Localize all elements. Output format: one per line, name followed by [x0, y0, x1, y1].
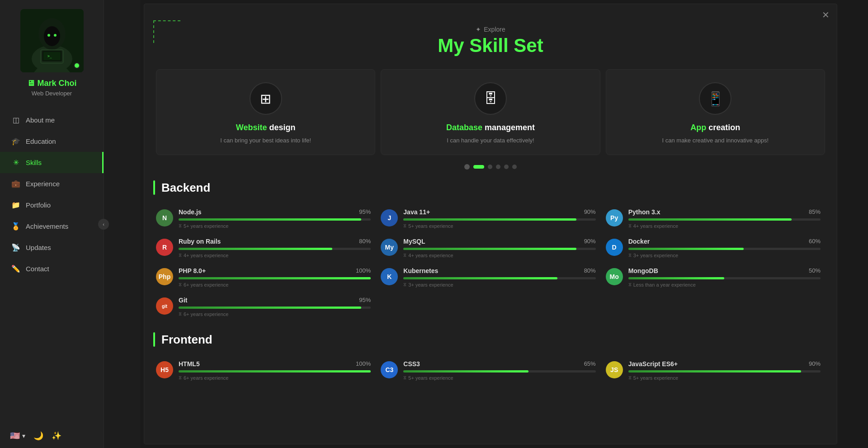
- sidebar-item-about[interactable]: ◫ About me: [0, 109, 104, 131]
- java-logo: J: [381, 209, 398, 226]
- theme-toggle-button[interactable]: 🌙: [33, 431, 43, 441]
- ruby-name: Ruby on Rails: [179, 238, 221, 245]
- svg-rect-9: [43, 52, 61, 60]
- docker-logo: D: [606, 239, 623, 256]
- ruby-exp: 4+ years experience: [179, 253, 371, 258]
- skill-card-app-title: App creation: [690, 123, 740, 132]
- skill-card-database: 🗄 Database management I can handle your …: [381, 69, 600, 155]
- skill-card-website: ⊞ Website design I can bring your best i…: [156, 69, 375, 155]
- experience-icon: 💼: [11, 179, 20, 188]
- javascript-logo: JS: [606, 361, 623, 378]
- skill-card-app-desc: I can make creative and innovative apps!: [662, 137, 769, 144]
- app-creation-icon: 📱: [699, 82, 731, 115]
- css3-pct: 65%: [584, 360, 596, 368]
- skill-item-git: git Git 95% 6+ years experience: [153, 292, 378, 321]
- ruby-logo: R: [156, 239, 173, 256]
- java-name: Java 11+: [403, 208, 430, 216]
- skill-item-css3: C3 CSS3 65% 5+ years experience: [378, 356, 603, 385]
- sidebar-bottom: 🇺🇸 ▾ 🌙 ✨: [0, 424, 104, 448]
- mysql-exp: 4+ years experience: [403, 253, 595, 258]
- skill-cards-container: ⊞ Website design I can bring your best i…: [153, 69, 828, 155]
- php-pct: 100%: [356, 267, 371, 274]
- sidebar-item-experience[interactable]: 💼 Experience: [0, 173, 104, 194]
- git-pct: 95%: [359, 297, 371, 304]
- close-button[interactable]: ✕: [822, 9, 830, 20]
- magic-button[interactable]: ✨: [52, 431, 61, 441]
- mongodb-exp: Less than a year experience: [628, 282, 821, 288]
- carousel-dot-active[interactable]: [473, 165, 484, 169]
- carousel-dot-prev[interactable]: [464, 164, 470, 170]
- nodejs-name: Node.js: [179, 208, 202, 216]
- skill-item-nodejs: N Node.js 95% 5+ years experience: [153, 204, 378, 233]
- git-name: Git: [179, 297, 187, 304]
- nodejs-pct: 95%: [359, 208, 371, 216]
- carousel-dot-5[interactable]: [504, 165, 509, 169]
- sidebar-item-skills[interactable]: ✳ Skills: [0, 152, 104, 173]
- skill-item-javascript: JS JavaScript ES6+ 90% 5+ years experien…: [603, 356, 828, 385]
- frontend-skills-grid: H5 HTML5 100% 6+ years experience C3 CSS…: [153, 356, 828, 385]
- explore-icon: ✦: [476, 26, 481, 33]
- html5-name: HTML5: [179, 360, 200, 368]
- mongodb-progress: [628, 277, 725, 279]
- javascript-name: JavaScript ES6+: [628, 360, 678, 368]
- css3-progress: [403, 370, 528, 373]
- skills-icon: ✳: [11, 158, 20, 167]
- sidebar-item-contact[interactable]: ✏️ Contact: [0, 258, 104, 279]
- python-progress: [628, 218, 792, 221]
- php-exp: 6+ years experience: [179, 282, 371, 288]
- contact-icon: ✏️: [11, 264, 20, 273]
- skill-item-python: Py Python 3.x 85% 4+ years experience: [603, 204, 828, 233]
- kubernetes-name: Kubernetes: [403, 267, 438, 274]
- sidebar-item-portfolio[interactable]: 📁 Portfolio: [0, 194, 104, 216]
- python-exp: 4+ years experience: [628, 223, 821, 229]
- skill-card-website-title: Website design: [236, 123, 296, 132]
- updates-icon: 📡: [11, 243, 20, 252]
- kubernetes-pct: 80%: [584, 267, 596, 274]
- html5-exp: 6+ years experience: [179, 375, 371, 381]
- avatar: >_: [20, 9, 84, 72]
- html5-progress: [179, 370, 371, 373]
- css3-name: CSS3: [403, 360, 420, 368]
- sidebar-item-achievements[interactable]: 🏅 Achievements: [0, 216, 104, 237]
- sidebar-item-updates[interactable]: 📡 Updates: [0, 237, 104, 258]
- carousel-dot-6[interactable]: [512, 165, 517, 169]
- right-panel: [841, 0, 868, 448]
- php-logo: Php: [156, 268, 173, 285]
- left-background: [104, 0, 140, 448]
- flag-icon: 🇺🇸: [10, 431, 20, 441]
- about-icon: ◫: [11, 116, 20, 124]
- css3-logo: C3: [381, 361, 398, 378]
- docker-name: Docker: [628, 238, 650, 245]
- frontend-section-header: Frontend: [153, 332, 828, 347]
- ruby-pct: 80%: [359, 238, 371, 245]
- skill-card-app: 📱 App creation I can make creative and i…: [606, 69, 825, 155]
- ruby-progress: [179, 248, 332, 250]
- backend-section-header: Backend: [153, 180, 828, 195]
- carousel-dot-4[interactable]: [496, 165, 500, 169]
- sidebar-toggle-button[interactable]: ‹: [98, 219, 109, 230]
- java-exp: 5+ years experience: [403, 223, 595, 229]
- skill-item-mongodb: Mo MongoDB 50% Less than a year experien…: [603, 263, 828, 292]
- profile-title: Web Developer: [32, 90, 72, 97]
- content-panel: ✕ ✦ Explore My Skill Set ⊞ Website desig…: [144, 4, 837, 444]
- mysql-progress: [403, 248, 576, 250]
- skill-card-website-desc: I can bring your best ideas into life!: [220, 137, 311, 144]
- carousel-dot-3[interactable]: [488, 165, 492, 169]
- language-button[interactable]: 🇺🇸 ▾: [10, 431, 25, 441]
- css3-exp: 5+ years experience: [403, 375, 595, 381]
- java-pct: 90%: [584, 208, 596, 216]
- skill-item-html5: H5 HTML5 100% 6+ years experience: [153, 356, 378, 385]
- git-exp: 6+ years experience: [179, 311, 371, 317]
- python-logo: Py: [606, 209, 623, 226]
- backend-skills-grid: N Node.js 95% 5+ years experience J Java…: [153, 204, 828, 321]
- mysql-name: MySQL: [403, 238, 425, 245]
- python-pct: 85%: [809, 208, 821, 216]
- portfolio-icon: 📁: [11, 201, 20, 209]
- mongodb-name: MongoDB: [628, 267, 658, 274]
- mysql-pct: 90%: [584, 238, 596, 245]
- nodejs-progress: [179, 218, 361, 221]
- skill-card-database-title: Database management: [446, 123, 535, 132]
- sidebar-item-education[interactable]: 🎓 Education: [0, 131, 104, 152]
- javascript-exp: 5+ years experience: [628, 375, 821, 381]
- skill-item-php: Php PHP 8.0+ 100% 6+ years experience: [153, 263, 378, 292]
